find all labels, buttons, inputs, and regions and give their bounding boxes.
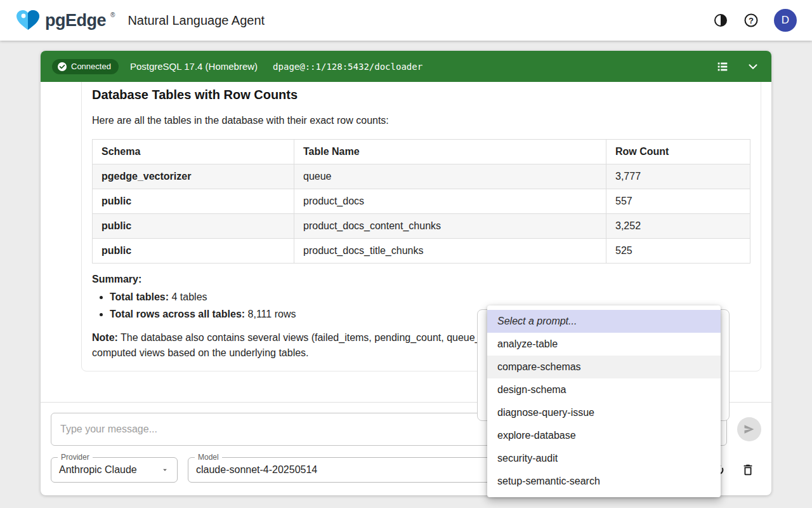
- pgedge-logo: pgEdge ®: [15, 9, 115, 32]
- table-name-cell: product_docs_content_chunks: [294, 214, 606, 239]
- connection-list-button[interactable]: [716, 60, 730, 74]
- connection-status-badge: Connected: [52, 59, 119, 74]
- prompt-menu-item[interactable]: security-audit: [487, 447, 721, 470]
- prompt-menu-item[interactable]: diagnose-query-issue: [487, 401, 721, 424]
- prompt-menu-item[interactable]: analyze-table: [487, 333, 721, 356]
- clear-chat-button[interactable]: [741, 463, 755, 477]
- schema-cell: public: [93, 239, 294, 264]
- contrast-icon: [713, 13, 728, 28]
- user-avatar[interactable]: D: [774, 9, 797, 32]
- row-count-cell: 525: [606, 239, 750, 264]
- note-label: Note:: [92, 332, 118, 343]
- prompt-menu-placeholder[interactable]: Select a prompt...: [487, 310, 721, 333]
- help-button[interactable]: ?: [743, 13, 759, 28]
- page-title: Natural Language Agent: [128, 13, 265, 28]
- prompt-menu-item[interactable]: compare-schemas: [487, 356, 721, 378]
- send-button[interactable]: [737, 417, 761, 441]
- table-row: pgedge_vectorizer queue 3,777: [93, 164, 750, 189]
- dropdown-caret-icon: [160, 465, 169, 474]
- table-name-cell: product_docs_title_chunks: [294, 239, 606, 264]
- column-header-schema: Schema: [93, 140, 294, 164]
- connection-bar: Connected PostgreSQL 17.4 (Homebrew) dpa…: [41, 51, 771, 82]
- chevron-down-icon: [746, 60, 760, 74]
- connection-string: dpage@::1/128:5432/docloader: [273, 62, 422, 72]
- row-count-cell: 3,252: [606, 214, 750, 239]
- prompt-menu: Select a prompt... analyze-table compare…: [487, 305, 721, 497]
- table-name-cell: product_docs: [294, 189, 606, 214]
- table-name-cell: queue: [294, 164, 606, 189]
- model-select-value: claude-sonnet-4-20250514: [196, 464, 317, 476]
- trash-icon: [741, 463, 755, 477]
- message-heading: Database Tables with Row Counts: [92, 88, 750, 102]
- table-row: public product_docs 557: [93, 189, 750, 214]
- row-counts-table: Schema Table Name Row Count pgedge_vecto…: [92, 139, 750, 264]
- app-header: pgEdge ® Natural Language Agent ? D: [0, 0, 812, 41]
- row-count-cell: 3,777: [606, 164, 750, 189]
- server-version-label: PostgreSQL 17.4 (Homebrew): [130, 61, 258, 72]
- prompt-menu-item[interactable]: design-schema: [487, 378, 721, 401]
- provider-select[interactable]: Provider Anthropic Claude: [51, 457, 178, 483]
- table-row: public product_docs_title_chunks 525: [93, 239, 750, 264]
- pgedge-logo-icon: [15, 9, 41, 32]
- message-intro: Here are all the tables in the database …: [92, 115, 750, 126]
- help-icon: ?: [743, 13, 759, 28]
- connection-status-label: Connected: [71, 62, 111, 71]
- column-header-table-name: Table Name: [294, 140, 606, 164]
- list-item: Total tables: 4 tables: [110, 291, 750, 303]
- theme-toggle-button[interactable]: [713, 13, 728, 28]
- provider-select-label: Provider: [58, 453, 93, 462]
- model-select-label: Model: [195, 453, 222, 462]
- table-header-row: Schema Table Name Row Count: [93, 140, 750, 164]
- list-icon: [716, 60, 730, 74]
- connection-collapse-button[interactable]: [746, 60, 760, 74]
- prompt-menu-item[interactable]: setup-semantic-search: [487, 470, 721, 493]
- schema-cell: public: [93, 189, 294, 214]
- registered-mark: ®: [110, 11, 115, 18]
- prompt-menu-item[interactable]: explore-database: [487, 424, 721, 447]
- table-row: public product_docs_content_chunks 3,252: [93, 214, 750, 239]
- check-circle-icon: [57, 62, 67, 72]
- schema-cell: public: [93, 214, 294, 239]
- schema-cell: pgedge_vectorizer: [93, 164, 294, 189]
- provider-select-value: Anthropic Claude: [59, 464, 137, 476]
- send-icon: [743, 423, 756, 436]
- row-count-cell: 557: [606, 189, 750, 214]
- pgedge-logo-text: pgEdge: [45, 9, 106, 32]
- svg-text:?: ?: [749, 16, 754, 25]
- column-header-row-count: Row Count: [606, 140, 750, 164]
- summary-heading: Summary:: [92, 274, 750, 285]
